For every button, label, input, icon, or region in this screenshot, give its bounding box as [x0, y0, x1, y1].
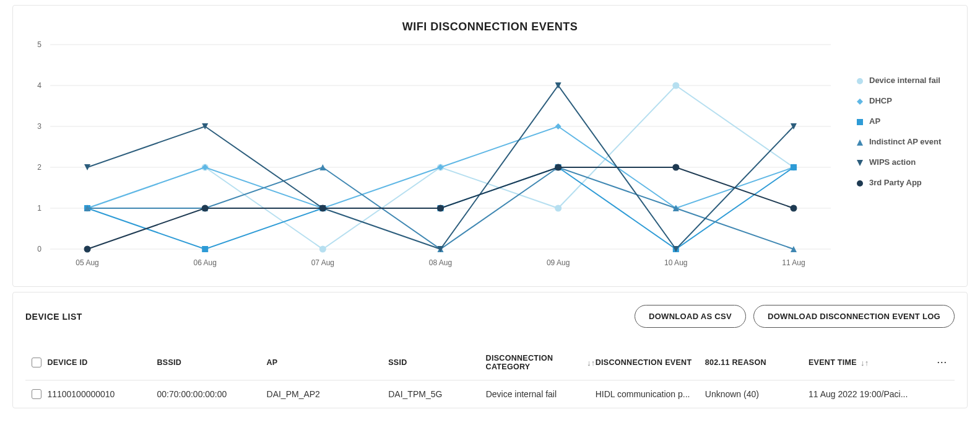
svg-point-59	[673, 164, 679, 170]
legend-label: DHCP	[869, 96, 892, 105]
svg-point-60	[791, 205, 797, 211]
sort-icon[interactable]: ↓↑	[861, 358, 869, 367]
download-csv-button[interactable]: DOWNLOAD AS CSV	[635, 305, 746, 328]
svg-text:09 Aug: 09 Aug	[547, 258, 570, 267]
svg-text:10 Aug: 10 Aug	[664, 258, 687, 267]
svg-marker-62	[857, 99, 863, 105]
svg-rect-39	[791, 164, 797, 170]
svg-point-21	[319, 246, 326, 252]
col-header-category[interactable]: DISCONNECTION CATEGORY ↓↑	[486, 354, 596, 371]
col-header-event[interactable]: DISCONNECTION EVENT	[596, 358, 705, 367]
cell-ssid: DAI_TPM_5G	[388, 389, 485, 399]
table-row[interactable]: 1110010000001000:70:00:00:00:00DAI_PM_AP…	[25, 380, 955, 408]
svg-point-56	[319, 205, 326, 211]
col-header-ssid[interactable]: SSID	[388, 358, 485, 367]
cell-event: HIDL communication p...	[596, 389, 705, 399]
cell-bssid: 00:70:00:00:00:00	[157, 389, 266, 399]
cell-device-id: 11100100000010	[47, 389, 157, 399]
legend-label: AP	[869, 116, 880, 126]
cell-time: 11 Aug 2022 19:00/Paci...	[809, 389, 930, 399]
more-columns-icon[interactable]: ···	[930, 358, 955, 367]
svg-point-55	[202, 205, 208, 211]
svg-point-61	[857, 78, 863, 84]
svg-point-66	[857, 180, 863, 187]
svg-rect-34	[202, 246, 208, 252]
svg-point-23	[555, 205, 562, 211]
sort-icon[interactable]: ↓↑	[587, 358, 596, 367]
col-header-device-id[interactable]: DEVICE ID	[47, 358, 157, 367]
legend-label: 3rd Party App	[869, 178, 922, 187]
legend-item[interactable]: AP	[856, 116, 955, 126]
svg-text:07 Aug: 07 Aug	[311, 258, 334, 267]
svg-text:3: 3	[37, 122, 41, 131]
svg-text:11 Aug: 11 Aug	[782, 258, 805, 267]
svg-point-58	[555, 164, 562, 170]
legend-item[interactable]: DHCP	[856, 96, 955, 105]
row-checkbox[interactable]	[32, 389, 41, 399]
chart-legend: Device internal failDHCPAPIndistinct AP …	[843, 38, 955, 274]
col-header-bssid[interactable]: BSSID	[157, 358, 266, 367]
legend-item[interactable]: WIPS action	[856, 157, 955, 167]
legend-item[interactable]: Device internal fail	[856, 76, 955, 85]
svg-text:06 Aug: 06 Aug	[194, 258, 217, 267]
cell-ap: DAI_PM_AP2	[267, 389, 389, 399]
chart-plot-area: 01234505 Aug06 Aug07 Aug08 Aug09 Aug10 A…	[25, 38, 843, 274]
col-header-reason[interactable]: 802.11 REASON	[705, 358, 809, 367]
download-log-button[interactable]: DOWNLOAD DISCONNECTION EVENT LOG	[753, 305, 955, 328]
svg-text:5: 5	[37, 40, 41, 49]
legend-item[interactable]: 3rd Party App	[856, 178, 955, 187]
cell-category: Device internal fail	[486, 389, 596, 399]
chart-title: WIFI DISCONNECTION EVENTS	[25, 20, 955, 33]
col-header-ap[interactable]: AP	[267, 358, 389, 367]
svg-text:1: 1	[37, 204, 41, 213]
table-header-row: DEVICE ID BSSID AP SSID DISCONNECTION CA…	[25, 345, 955, 380]
col-header-time[interactable]: EVENT TIME ↓↑	[809, 358, 930, 367]
svg-text:2: 2	[37, 163, 41, 172]
cell-reason: Unknown (40)	[705, 389, 809, 399]
svg-rect-63	[857, 119, 863, 125]
svg-text:05 Aug: 05 Aug	[76, 258, 98, 267]
device-table: DEVICE ID BSSID AP SSID DISCONNECTION CA…	[25, 345, 955, 408]
svg-marker-65	[857, 160, 863, 166]
legend-label: Indistinct AP event	[869, 137, 941, 146]
legend-label: Device internal fail	[869, 76, 940, 85]
svg-text:4: 4	[37, 81, 41, 90]
svg-point-54	[84, 246, 90, 252]
legend-label: WIPS action	[869, 157, 916, 167]
svg-point-24	[673, 82, 679, 89]
svg-text:08 Aug: 08 Aug	[429, 258, 452, 267]
svg-text:0: 0	[37, 245, 41, 253]
legend-item[interactable]: Indistinct AP event	[856, 137, 955, 146]
chart-panel: WIFI DISCONNECTION EVENTS 01234505 Aug06…	[12, 5, 968, 287]
device-list-title: DEVICE LIST	[25, 312, 82, 322]
svg-marker-64	[857, 139, 863, 146]
svg-point-57	[438, 205, 444, 211]
select-all-checkbox[interactable]	[32, 358, 41, 367]
device-list-panel: DEVICE LIST DOWNLOAD AS CSV DOWNLOAD DIS…	[12, 292, 968, 408]
